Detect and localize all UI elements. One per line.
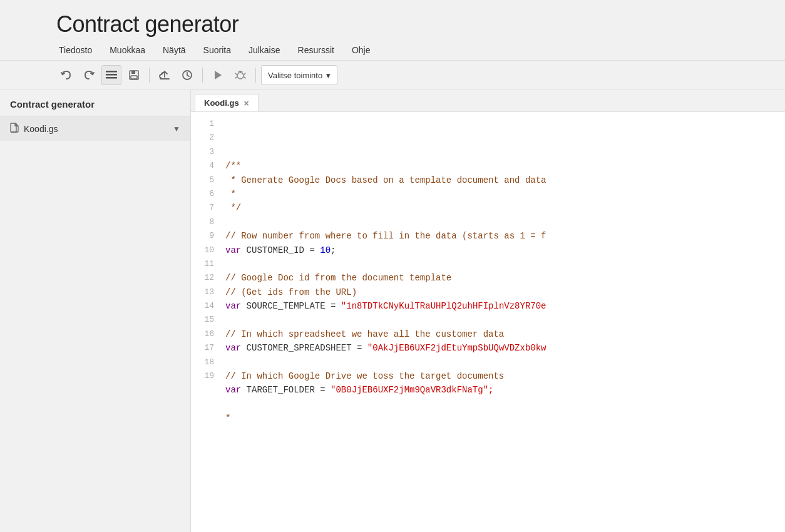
line-num-12: 12	[191, 271, 214, 285]
code-line-19: *	[225, 411, 785, 425]
code-line-13: // In which spreadsheet we have all the …	[225, 327, 785, 341]
history-button[interactable]	[177, 65, 197, 85]
svg-rect-0	[106, 71, 117, 73]
line-numbers: 12345678910111213141516171819	[191, 112, 219, 532]
line-num-4: 4	[191, 159, 214, 173]
svg-marker-7	[215, 71, 222, 79]
line-num-18: 18	[191, 356, 214, 369]
svg-rect-2	[106, 77, 117, 79]
menu-item-näytä[interactable]: Näytä	[154, 43, 195, 58]
menu-bar: TiedostoMuokkaaNäytäSuoritaJulkaiseResur…	[56, 43, 772, 60]
redo-button[interactable]	[79, 65, 99, 85]
line-num-11: 11	[191, 257, 214, 271]
sidebar-title: Contract generator	[0, 90, 190, 116]
line-num-1: 1	[191, 117, 214, 131]
undo-button[interactable]	[56, 65, 76, 85]
code-line-16: // In which Google Drive we toss the tar…	[225, 369, 785, 383]
line-num-14: 14	[191, 299, 214, 313]
line-num-5: 5	[191, 173, 214, 187]
sidebar-file-name: Koodi.gs	[24, 124, 168, 134]
svg-rect-4	[131, 71, 135, 74]
code-line-11: var SOURCE_TEMPLATE = "1n8TDTkCNyKulTRaU…	[225, 299, 785, 313]
line-num-10: 10	[191, 243, 214, 257]
menu-item-muokkaa[interactable]: Muokkaa	[101, 43, 154, 58]
code-content[interactable]: /** * Generate Google Docs based on a te…	[219, 112, 785, 532]
editor-area: Koodi.gs × 12345678910111213141516171819…	[191, 90, 785, 532]
code-line-17: var TARGET_FOLDER = "0B0JjEB6UXF2jMm9QaV…	[225, 383, 785, 397]
menu-item-suorita[interactable]: Suorita	[195, 43, 240, 58]
action-arrow-icon: ▾	[326, 71, 331, 80]
main-area: Contract generator Koodi.gs ▼ Koodi.gs ×	[0, 90, 785, 532]
line-num-7: 7	[191, 201, 214, 215]
editor-tab-koodi[interactable]: Koodi.gs ×	[195, 94, 259, 111]
save-button[interactable]	[124, 65, 144, 85]
code-line-7: var CUSTOMER_ID = 10;	[225, 243, 785, 257]
line-num-15: 15	[191, 313, 214, 327]
line-num-9: 9	[191, 229, 214, 243]
file-icon	[10, 123, 19, 135]
code-editor[interactable]: 12345678910111213141516171819 /** * Gene…	[191, 112, 785, 532]
tab-bar: Koodi.gs ×	[191, 90, 785, 112]
code-line-14: var CUSTOMER_SPREADSHEET = "0AkJjEB6UXF2…	[225, 341, 785, 355]
toolbar: Valitse toiminto ▾	[0, 60, 785, 90]
menu-item-julkaise[interactable]: Julkaise	[240, 43, 289, 58]
line-num-16: 16	[191, 327, 214, 341]
svg-rect-1	[106, 74, 117, 76]
code-line-9: // Google Doc id from the document templ…	[225, 271, 785, 285]
line-num-6: 6	[191, 187, 214, 201]
list-view-button[interactable]	[101, 65, 121, 85]
code-line-10: // (Get ids from the URL)	[225, 285, 785, 299]
line-num-2: 2	[191, 131, 214, 145]
toolbar-separator-1	[149, 68, 150, 83]
code-line-6: // Row number from where to fill in the …	[225, 229, 785, 243]
code-line-2: * Generate Google Docs based on a templa…	[225, 173, 785, 187]
app-title: Contract generator	[56, 11, 772, 38]
code-line-15	[225, 356, 785, 369]
app-header: Contract generator TiedostoMuokkaaNäytäS…	[0, 0, 785, 60]
line-num-3: 3	[191, 145, 214, 159]
action-label: Valitse toiminto	[268, 71, 322, 80]
toolbar-separator-2	[202, 68, 203, 83]
menu-item-ohje[interactable]: Ohje	[343, 43, 379, 58]
code-line-3: *	[225, 187, 785, 201]
svg-point-8	[237, 73, 244, 79]
code-line-8	[225, 257, 785, 271]
line-num-19: 19	[191, 369, 214, 383]
toolbar-separator-3	[255, 68, 256, 83]
debug-button[interactable]	[230, 65, 250, 85]
svg-rect-5	[131, 76, 137, 79]
code-line-12	[225, 313, 785, 327]
sidebar: Contract generator Koodi.gs ▼	[0, 90, 191, 532]
line-num-17: 17	[191, 341, 214, 355]
sidebar-file-arrow-icon: ▼	[173, 125, 180, 133]
run-button[interactable]	[208, 65, 228, 85]
sidebar-file-item[interactable]: Koodi.gs ▼	[0, 116, 190, 141]
menu-item-resurssit[interactable]: Resurssit	[289, 43, 343, 58]
tab-close-icon[interactable]: ×	[244, 99, 249, 108]
code-line-4: */	[225, 201, 785, 215]
code-line-5	[225, 215, 785, 229]
tab-label: Koodi.gs	[204, 98, 239, 108]
upload-button[interactable]	[155, 65, 175, 85]
line-num-8: 8	[191, 215, 214, 229]
menu-item-tiedosto[interactable]: Tiedosto	[56, 43, 101, 58]
action-dropdown[interactable]: Valitse toiminto ▾	[261, 65, 337, 85]
code-line-1: /**	[225, 159, 785, 173]
line-num-13: 13	[191, 285, 214, 299]
code-line-18	[225, 397, 785, 411]
